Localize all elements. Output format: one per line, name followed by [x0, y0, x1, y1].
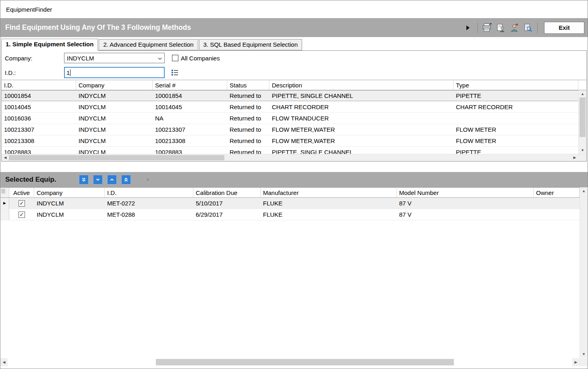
table-row[interactable]: 10028883INDYCLM10028883Returned toPIPETT… [2, 147, 578, 154]
cell: Returned to [227, 113, 269, 124]
locate-icon[interactable] [143, 174, 153, 185]
active-checkbox[interactable] [19, 211, 25, 218]
report-icon[interactable] [495, 22, 507, 34]
selected-hscrollbar[interactable]: ◀ ▶ [0, 358, 588, 367]
tab-simple-equipment-selection[interactable]: 1. Simple Equipment Selection [1, 39, 98, 51]
scroll-right-icon[interactable]: ▶ [571, 154, 578, 161]
column-header[interactable]: I.D. [105, 188, 193, 197]
selected-grid: ActiveCompanyI.D.Calibration DueManufact… [0, 187, 588, 358]
cell: INDYCLM [76, 135, 153, 146]
selected-vscrollbar[interactable]: ▲ ▼ [580, 187, 588, 358]
selected-grid-empty-area [0, 220, 580, 358]
cell: 100213308 [2, 135, 76, 146]
scroll-thumb[interactable] [580, 97, 586, 137]
cell: 10001854 [153, 90, 227, 101]
row-selector[interactable] [0, 209, 9, 220]
table-row[interactable]: INDYCLMMET-02886/29/2017FLUKE87 V [0, 209, 580, 220]
cell: 100213307 [2, 124, 76, 135]
company-label: Company: [5, 55, 64, 62]
id-input-value: 1 [66, 69, 70, 76]
id-list-icon[interactable] [170, 68, 180, 77]
cell: 10001854 [2, 90, 76, 101]
cell: INDYCLM [76, 147, 153, 154]
table-row[interactable]: 10014045INDYCLM10014045Returned toCHART … [2, 102, 578, 113]
print-icon[interactable] [481, 22, 493, 34]
results-grid-main: I.D.CompanySerial #StatusDescriptionType… [2, 80, 578, 154]
column-header[interactable]: Description [269, 80, 453, 90]
scroll-left-icon[interactable]: ◀ [0, 358, 8, 366]
selected-grid-header: ActiveCompanyI.D.Calibration DueManufact… [0, 187, 580, 198]
active-checkbox[interactable] [19, 200, 25, 207]
cell: Returned to [227, 124, 269, 135]
cell: 10016036 [2, 113, 76, 124]
company-row: Company: INDYCLM All Companies [2, 51, 586, 65]
scroll-track[interactable] [9, 154, 571, 161]
id-label: I.D.: [5, 69, 64, 76]
page-title: Find Equipment Using Any Of The 3 Follow… [4, 23, 461, 32]
scroll-thumb[interactable] [156, 359, 454, 365]
cell: INDYCLM [34, 198, 105, 209]
tab-advanced-equipment-selection[interactable]: 2. Advanced Equipment Selection [99, 39, 198, 50]
table-row[interactable]: ▶INDYCLMMET-02725/10/2017FLUKE87 V [0, 198, 580, 209]
selected-grid-body: ▶INDYCLMMET-02725/10/2017FLUKE87 VINDYCL… [0, 198, 580, 220]
column-header[interactable]: Type [453, 80, 578, 90]
table-row[interactable]: 10016036INDYCLMNAReturned toFLOW TRANDUC… [2, 113, 578, 124]
column-header[interactable]: Manufacturer [261, 188, 397, 197]
toolbar-separator [477, 23, 478, 33]
column-header[interactable]: Serial # [153, 80, 227, 90]
column-header[interactable]: Owner [534, 188, 580, 197]
scroll-track[interactable] [8, 358, 572, 366]
scroll-up-icon[interactable]: ▲ [579, 90, 586, 97]
tab-strip: 1. Simple Equipment Selection 2. Advance… [0, 37, 588, 50]
column-header[interactable]: Status [227, 80, 269, 90]
column-header[interactable]: Calibration Due [193, 188, 261, 197]
scroll-track[interactable] [580, 195, 588, 350]
id-input[interactable]: 1 [64, 67, 165, 78]
table-row[interactable]: 100213308INDYCLM100213308Returned toFLOW… [2, 135, 578, 147]
exit-button[interactable]: Exit [544, 22, 584, 34]
tab-sql-based-equipment-selection[interactable]: 3. SQL Based Equipment Selection [199, 39, 302, 50]
user-icon[interactable] [508, 22, 520, 34]
scroll-down-icon[interactable]: ▼ [579, 147, 586, 154]
cell: PIPETTE, SINGLE CHANNEL [269, 147, 453, 154]
column-header[interactable]: I.D. [2, 80, 76, 90]
selected-grid-main: ActiveCompanyI.D.Calibration DueManufact… [0, 187, 580, 358]
scroll-thumb[interactable] [9, 155, 224, 160]
play-icon[interactable] [462, 22, 474, 34]
move-up-button[interactable] [107, 175, 117, 184]
cell: 100213308 [153, 135, 227, 146]
row-selector-header [0, 188, 9, 197]
move-all-up-button[interactable] [121, 175, 131, 184]
scroll-up-icon[interactable]: ▲ [580, 187, 588, 195]
table-row[interactable]: 10001854INDYCLM10001854Returned toPIPETT… [2, 90, 578, 102]
scroll-track[interactable] [579, 97, 586, 147]
all-companies-checkbox[interactable] [172, 55, 178, 61]
scrollbar-spacer [578, 80, 586, 90]
search-document-icon[interactable] [522, 22, 534, 34]
cell: INDYCLM [76, 90, 153, 101]
cell: PIPETTE [453, 147, 578, 154]
company-select-value: INDYCLM [67, 55, 94, 62]
cell: INDYCLM [76, 124, 153, 135]
company-select[interactable]: INDYCLM [64, 53, 165, 63]
column-header[interactable]: Active [9, 188, 34, 197]
cell: Returned to [227, 102, 269, 112]
column-header[interactable]: Model Number [397, 188, 534, 197]
scrollbar-corner [580, 358, 588, 366]
text-caret [70, 69, 70, 76]
results-hscrollbar[interactable]: ◀ ▶ [2, 154, 586, 161]
move-all-down-button[interactable] [79, 175, 89, 184]
move-down-button[interactable] [93, 175, 103, 184]
scroll-right-icon[interactable]: ▶ [572, 358, 580, 366]
all-companies-label: All Companies [181, 55, 220, 62]
column-header[interactable]: Company [76, 80, 153, 90]
app-window: EquipmentFinder Find Equipment Using Any… [0, 0, 588, 369]
table-row[interactable]: 100213307INDYCLM100213307Returned toFLOW… [2, 124, 578, 135]
column-header[interactable]: Company [34, 188, 105, 197]
results-vscrollbar[interactable]: ▲ ▼ [578, 90, 586, 154]
scroll-left-icon[interactable]: ◀ [2, 154, 9, 161]
tab-page: Company: INDYCLM All Companies I.D.: 1 [1, 50, 587, 162]
scroll-down-icon[interactable]: ▼ [580, 350, 588, 358]
cell: 100213307 [153, 124, 227, 135]
row-selector[interactable]: ▶ [0, 198, 9, 209]
